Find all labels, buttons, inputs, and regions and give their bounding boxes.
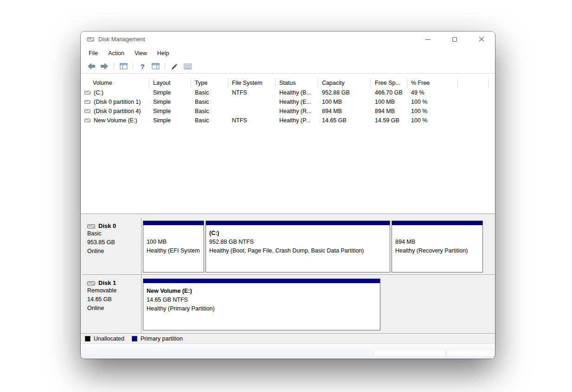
partition-color-bar xyxy=(143,221,204,225)
cell-free-space: 466.70 GB xyxy=(371,89,407,96)
help-button[interactable]: ? xyxy=(136,61,148,72)
cell-capacity: 952.88 GB xyxy=(318,89,371,96)
disk-0-row: Disk 0 Basic 953.85 GB Online 100 MB Hea… xyxy=(83,218,495,274)
menu-help[interactable]: Help xyxy=(152,48,174,58)
cell-file-system: NTFS xyxy=(228,89,276,96)
view-details-button[interactable] xyxy=(181,61,193,72)
statusbar-segment xyxy=(373,349,445,357)
back-icon xyxy=(87,63,96,70)
forward-button[interactable] xyxy=(98,61,110,72)
toolbar-separator xyxy=(165,63,165,70)
statusbar xyxy=(81,343,495,359)
maximize-button[interactable] xyxy=(441,32,468,47)
minimize-button[interactable] xyxy=(414,32,441,47)
cell-pct-free: 100 % xyxy=(407,108,458,114)
partition-efi[interactable]: 100 MB Healthy (EFI System xyxy=(143,221,204,272)
cell-free-space: 894 MB xyxy=(371,108,407,114)
column-header-capacity[interactable]: Capacity xyxy=(318,78,371,88)
partition-title: New Volume (E:) xyxy=(143,287,380,296)
properties-icon xyxy=(171,63,178,70)
disk-kind: Basic xyxy=(87,229,141,238)
cell-capacity: 14.65 GB xyxy=(318,117,371,124)
view-details-icon xyxy=(184,63,192,70)
column-header-free-space[interactable]: Free Sp... xyxy=(371,78,407,88)
back-button[interactable] xyxy=(85,61,97,72)
disk-0-label[interactable]: Disk 0 Basic 953.85 GB Online xyxy=(83,218,141,274)
disk-1-label[interactable]: Disk 1 Removable 14.65 GB Online xyxy=(83,275,141,333)
column-header-type[interactable]: Type xyxy=(191,78,228,88)
cell-type: Basic xyxy=(191,89,228,96)
partition-c[interactable]: (C:) 952.88 GB NTFS Healthy (Boot, Page … xyxy=(206,221,390,272)
disk-state: Online xyxy=(87,304,141,313)
graphical-view-pane: Disk 0 Basic 953.85 GB Online 100 MB Hea… xyxy=(81,214,495,343)
disk-management-window: Disk Management File Action View Help xyxy=(81,32,495,359)
column-header-pct-free[interactable]: % Free xyxy=(407,78,458,88)
partition-color-bar xyxy=(143,279,380,283)
action-pane-button[interactable] xyxy=(149,61,161,72)
partition-status: Healthy (EFI System xyxy=(143,247,204,255)
cell-file-system: NTFS xyxy=(228,117,276,124)
volume-icon xyxy=(84,109,90,114)
cell-capacity: 100 MB xyxy=(318,99,371,105)
cell-layout: Simple xyxy=(149,117,191,124)
volume-name: (C:) xyxy=(94,89,103,96)
close-button[interactable] xyxy=(468,32,495,47)
volume-icon xyxy=(84,100,90,104)
app-disk-icon xyxy=(87,36,94,43)
window-title: Disk Management xyxy=(98,36,145,43)
partition-size: 952.88 GB NTFS xyxy=(206,238,390,247)
column-header-status[interactable]: Status xyxy=(276,78,318,88)
volume-name: (Disk 0 partition 4) xyxy=(94,108,141,114)
column-header-layout[interactable]: Layout xyxy=(149,78,191,88)
partition-color-bar xyxy=(206,221,390,225)
legend-bar: Unallocated Primary partition xyxy=(81,333,495,343)
cell-pct-free: 100 % xyxy=(407,117,458,124)
column-header-file-system[interactable]: File System xyxy=(228,78,276,88)
menu-view[interactable]: View xyxy=(129,48,152,58)
partition-new-volume-e[interactable]: New Volume (E:) 14.65 GB NTFS Healthy (P… xyxy=(143,278,380,330)
menubar: File Action View Help xyxy=(81,47,495,59)
disk-state: Online xyxy=(87,247,141,256)
console-tree-icon xyxy=(120,63,128,70)
partition-status: Healthy (Primary Partition) xyxy=(143,304,380,313)
action-pane-icon xyxy=(152,63,160,70)
partition-color-bar xyxy=(392,221,482,225)
close-icon xyxy=(479,37,484,42)
table-row[interactable]: (Disk 0 partition 4) Simple Basic Health… xyxy=(82,107,494,116)
properties-button[interactable] xyxy=(168,61,180,72)
disk-name: Disk 1 xyxy=(98,279,116,286)
cell-layout: Simple xyxy=(149,99,191,105)
partition-size: 14.65 GB NTFS xyxy=(143,296,380,304)
maximize-icon xyxy=(452,37,457,42)
disk-size: 14.65 GB xyxy=(87,295,141,304)
partition-title xyxy=(143,229,204,238)
table-row[interactable]: (Disk 0 partition 1) Simple Basic Health… xyxy=(82,97,494,107)
unallocated-swatch xyxy=(85,336,90,341)
table-row[interactable]: New Volume (E:) Simple Basic NTFS Health… xyxy=(82,116,494,125)
cell-status: Healthy (E... xyxy=(276,99,318,105)
column-header-volume[interactable]: Volume xyxy=(82,78,149,88)
cell-type: Basic xyxy=(191,99,228,105)
legend-label-unallocated: Unallocated xyxy=(94,335,124,342)
partition-recovery[interactable]: 894 MB Healthy (Recovery Partition) xyxy=(392,221,483,272)
volume-icon xyxy=(84,90,90,95)
cell-layout: Simple xyxy=(149,89,191,96)
cell-free-space: 100 MB xyxy=(371,99,407,105)
toolbar-separator xyxy=(114,63,114,70)
cell-layout: Simple xyxy=(149,108,191,114)
console-tree-button[interactable] xyxy=(117,61,129,72)
cell-capacity: 894 MB xyxy=(318,108,371,114)
disk-icon xyxy=(87,223,95,229)
cell-status: Healthy (B... xyxy=(276,89,318,96)
disk-name: Disk 0 xyxy=(98,222,116,229)
menu-action[interactable]: Action xyxy=(103,48,129,58)
cell-pct-free: 49 % xyxy=(407,89,458,96)
column-header-blank[interactable] xyxy=(458,78,489,88)
table-row[interactable]: (C:) Simple Basic NTFS Healthy (B... 952… xyxy=(82,88,494,97)
menu-file[interactable]: File xyxy=(84,48,103,58)
cell-pct-free: 100 % xyxy=(407,99,458,105)
window-controls xyxy=(414,32,495,47)
cell-status: Healthy (P... xyxy=(276,117,318,124)
volume-name: (Disk 0 partition 1) xyxy=(94,99,141,105)
disk-kind: Removable xyxy=(87,286,141,295)
